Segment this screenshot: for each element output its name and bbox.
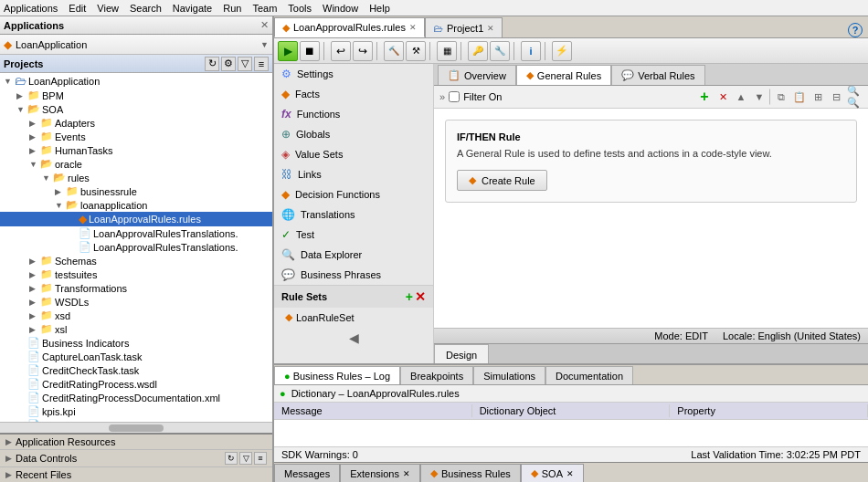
nav-translations[interactable]: 🌐 Translations bbox=[274, 204, 433, 225]
move-down-icon[interactable]: ▼ bbox=[751, 89, 767, 105]
menu-applications[interactable]: Applications bbox=[4, 3, 58, 14]
tree-item-xsl[interactable]: ▶ 📁 xsl bbox=[0, 322, 272, 336]
rule-set-loanruleset[interactable]: ◆ LoanRuleSet bbox=[274, 308, 433, 327]
redo-button[interactable]: ↪ bbox=[353, 41, 373, 61]
info-button[interactable]: i bbox=[521, 41, 541, 61]
refresh-icon[interactable]: ↻ bbox=[205, 57, 219, 71]
tree-item-creditratingprocess[interactable]: 📄 CreditRatingProcess.wsdl bbox=[0, 377, 272, 391]
dc-view-icon[interactable]: ≡ bbox=[254, 452, 267, 465]
tree-item-creditchecktask[interactable]: 📄 CreditCheckTask.task bbox=[0, 363, 272, 377]
bottom-tab-soa[interactable]: ◆ SOA ✕ bbox=[521, 464, 584, 482]
expand-events[interactable]: ▶ bbox=[29, 132, 38, 141]
expand-xsd[interactable]: ▶ bbox=[29, 311, 38, 320]
nav-facts[interactable]: ◆ Facts bbox=[274, 84, 433, 104]
nav-data-explorer[interactable]: 🔍 Data Explorer bbox=[274, 245, 433, 265]
menu-navigate[interactable]: Navigate bbox=[173, 3, 212, 14]
expand-oracle[interactable]: ▼ bbox=[29, 160, 38, 169]
copy-icon[interactable]: ⧉ bbox=[773, 89, 789, 105]
log-tab-breakpoints[interactable]: Breakpoints bbox=[400, 366, 473, 384]
stop-button[interactable]: ⏹ bbox=[300, 41, 320, 61]
menu-help[interactable]: Help bbox=[369, 3, 390, 14]
menu-run[interactable]: Run bbox=[223, 3, 241, 14]
expand-soa[interactable]: ▼ bbox=[16, 105, 26, 114]
view-icon[interactable]: ≡ bbox=[254, 57, 269, 71]
move-up-icon[interactable]: ▲ bbox=[733, 89, 749, 105]
tools-button[interactable]: 🔧 bbox=[490, 41, 510, 61]
menu-search[interactable]: Search bbox=[130, 3, 162, 14]
expand-loanapplication[interactable]: ▼ bbox=[4, 77, 13, 86]
expand-humantasks[interactable]: ▶ bbox=[29, 146, 38, 155]
expand-adapters[interactable]: ▶ bbox=[29, 119, 38, 128]
tree-item-humantasks[interactable]: ▶ 📁 HumanTasks bbox=[0, 143, 272, 157]
filter-icon[interactable]: ▽ bbox=[238, 57, 252, 71]
tab-verbal-rules[interactable]: 💬 Verbal Rules bbox=[611, 65, 704, 85]
tree-item-events[interactable]: ▶ 📁 Events bbox=[0, 130, 272, 143]
tab-close-icon[interactable]: ✕ bbox=[409, 23, 417, 32]
tree-item-rules[interactable]: ▼ 📂 rules bbox=[0, 171, 272, 184]
expand-xsl[interactable]: ▶ bbox=[29, 325, 38, 334]
collapse-all-icon[interactable]: ⊟ bbox=[828, 89, 844, 105]
dc-refresh-icon[interactable]: ↻ bbox=[225, 452, 238, 465]
data-controls-panel[interactable]: ▶ Data Controls ↻ ▽ ≡ bbox=[0, 450, 272, 467]
build-all-button[interactable]: ⚒ bbox=[406, 41, 426, 61]
tree-item-soa[interactable]: ▼ 📂 SOA bbox=[0, 102, 272, 116]
create-rule-button[interactable]: ◆ Create Rule bbox=[457, 170, 547, 191]
search-filter-icon[interactable]: 🔍🔍 bbox=[846, 89, 863, 105]
nav-links[interactable]: ⛓ Links bbox=[274, 164, 433, 184]
tree-item-creditratingdoc[interactable]: 📄 CreditRatingProcessDocumentation.xml bbox=[0, 391, 272, 404]
tab-project1[interactable]: 🗁 Project1 ✕ bbox=[425, 17, 503, 37]
tab-close-icon[interactable]: ✕ bbox=[487, 24, 494, 33]
menu-team[interactable]: Team bbox=[252, 3, 277, 14]
recent-files-panel[interactable]: ▶ Recent Files bbox=[0, 467, 272, 482]
collapse-nav-btn[interactable]: ◀ bbox=[274, 327, 433, 349]
config-icon[interactable]: ⚙ bbox=[221, 57, 236, 71]
bottom-tab-close-icon[interactable]: ✕ bbox=[566, 469, 574, 478]
horizontal-scrollbar[interactable] bbox=[0, 422, 272, 433]
tree-item-xsd[interactable]: ▶ 📁 xsd bbox=[0, 309, 272, 322]
tab-general-rules[interactable]: ◆ General Rules bbox=[516, 65, 611, 85]
tree-item-translations1[interactable]: 📄 LoanApprovalRulesTranslations. bbox=[0, 226, 272, 240]
nav-functions[interactable]: fx Functions bbox=[274, 104, 433, 124]
tree-item-loanapplication-folder[interactable]: ▼ 📂 loanapplication bbox=[0, 198, 272, 212]
tree-item-loanapprovalrules[interactable]: ◆ LoanApprovalRules.rules bbox=[0, 212, 272, 226]
tree-item-transformations[interactable]: ▶ 📁 Transformations bbox=[0, 281, 272, 295]
add-ruleset-icon[interactable]: + bbox=[406, 289, 413, 304]
app-resources-panel[interactable]: ▶ Application Resources bbox=[0, 435, 272, 450]
nav-globals[interactable]: ⊕ Globals bbox=[274, 124, 433, 144]
delete-rule-icon[interactable]: ✕ bbox=[715, 89, 731, 105]
expand-businessrule[interactable]: ▶ bbox=[55, 187, 64, 196]
tab-loanapprovalrules[interactable]: ◆ LoanApprovalRules.rules ✕ bbox=[274, 17, 425, 37]
menu-tools[interactable]: Tools bbox=[288, 3, 312, 14]
tree-item-oracle[interactable]: ▼ 📂 oracle bbox=[0, 157, 272, 171]
tree-item-captureloantask[interactable]: 📄 CaptureLoanTask.task bbox=[0, 350, 272, 363]
tree-item-testsuites[interactable]: ▶ 📁 testsuites bbox=[0, 267, 272, 281]
filter-checkbox[interactable] bbox=[449, 91, 460, 102]
nav-test[interactable]: ✓ Test bbox=[274, 225, 433, 245]
expand-transformations[interactable]: ▶ bbox=[29, 284, 38, 293]
expand-bpm[interactable]: ▶ bbox=[16, 91, 26, 100]
tree-item-bpm[interactable]: ▶ 📁 BPM bbox=[0, 89, 272, 102]
remove-ruleset-icon[interactable]: ✕ bbox=[415, 289, 426, 304]
nav-valuesets[interactable]: ◈ Value Sets bbox=[274, 144, 433, 164]
paste-icon[interactable]: 📋 bbox=[791, 89, 808, 105]
undo-button[interactable]: ↩ bbox=[331, 41, 351, 61]
menu-edit[interactable]: Edit bbox=[69, 3, 86, 14]
bottom-tab-close-icon[interactable]: ✕ bbox=[403, 469, 410, 478]
run-button[interactable]: ▶ bbox=[278, 41, 298, 61]
bottom-tab-messages[interactable]: Messages bbox=[274, 464, 340, 482]
bottom-tab-business-rules[interactable]: ◆ Business Rules bbox=[420, 464, 521, 482]
nav-business-phrases[interactable]: 💬 Business Phrases bbox=[274, 265, 433, 285]
close-applications-icon[interactable]: ✕ bbox=[260, 19, 269, 31]
dropdown-icon[interactable]: ▼ bbox=[260, 40, 269, 49]
log-tab-documentation[interactable]: Documentation bbox=[545, 366, 633, 384]
add-rule-icon[interactable]: + bbox=[696, 89, 713, 105]
dc-filter-icon[interactable]: ▽ bbox=[239, 452, 252, 465]
tree-item-adapters[interactable]: ▶ 📁 Adapters bbox=[0, 116, 272, 130]
nav-decision-functions[interactable]: ◆ Decision Functions bbox=[274, 184, 433, 204]
extra-button[interactable]: ⚡ bbox=[552, 41, 572, 61]
help-icon-area[interactable]: ? bbox=[842, 23, 868, 37]
tree-item-wsdls[interactable]: ▶ 📁 WSDLs bbox=[0, 295, 272, 309]
bottom-tab-extensions[interactable]: Extensions ✕ bbox=[340, 464, 420, 482]
nav-settings[interactable]: ⚙ Settings bbox=[274, 64, 433, 84]
build-button[interactable]: 🔨 bbox=[384, 41, 404, 61]
